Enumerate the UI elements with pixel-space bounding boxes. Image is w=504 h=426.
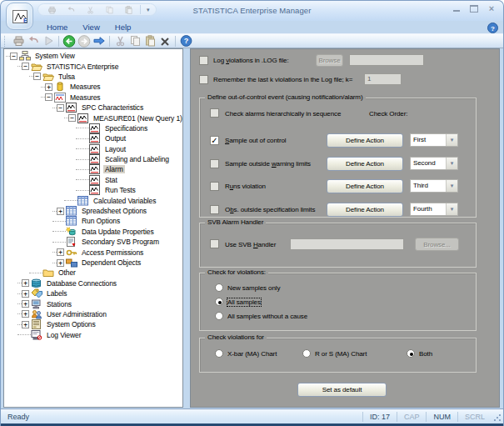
set-as-default-button[interactable]: Set as default (297, 383, 387, 397)
collapse-icon[interactable]: − (33, 73, 41, 80)
tree-item-stat[interactable]: Stat (4, 175, 182, 185)
close-icon[interactable]: × (487, 5, 496, 13)
tree-item-secondary-svb-program[interactable]: Secondary SVB Program (4, 237, 182, 247)
qat-cut-icon[interactable] (82, 3, 97, 17)
expand-icon[interactable]: + (22, 300, 29, 308)
tree-item-label[interactable]: Data Update Properties (80, 228, 156, 236)
tree-item-label[interactable]: User Administration (45, 310, 108, 318)
expand-icon[interactable]: + (22, 321, 29, 328)
tab-home[interactable]: Home (39, 23, 75, 32)
tree-item-label[interactable]: Measures (68, 93, 102, 102)
tree-item-system-options[interactable]: +System Options (4, 319, 182, 329)
delete-icon[interactable] (157, 34, 172, 48)
application-menu-button[interactable]: E (6, 3, 33, 30)
tree-item-label[interactable]: System View (33, 52, 77, 60)
expand-icon[interactable]: + (57, 208, 64, 215)
expand-icon[interactable]: + (22, 290, 29, 298)
tree-item-stations[interactable]: +Stations (4, 298, 182, 308)
tree-item-label[interactable]: Database Connections (45, 279, 118, 288)
define-action-button[interactable]: Define Action (327, 133, 403, 148)
tree-item-label[interactable]: Run Tests (103, 186, 137, 194)
tree-item-label[interactable]: Secondary SVB Program (80, 238, 161, 246)
expand-icon[interactable]: + (57, 248, 64, 256)
all-samples-radio[interactable] (215, 298, 223, 306)
back-icon[interactable] (62, 34, 77, 48)
tree-item-output[interactable]: Output (4, 133, 182, 143)
forward-icon[interactable] (77, 34, 92, 48)
tree-item-other[interactable]: Other (4, 268, 182, 278)
tree-item-alarm[interactable]: Alarm (4, 164, 182, 174)
system-view-tree[interactable]: −System View−STATISTICA Enterprise−Tulsa… (3, 48, 183, 408)
collapse-icon[interactable]: − (22, 63, 29, 70)
remember-k-checkbox[interactable] (199, 75, 208, 84)
both-radio[interactable] (407, 349, 415, 358)
tree-item-run-options[interactable]: Run Options (4, 216, 182, 226)
tree-item-label[interactable]: Labels (45, 289, 68, 298)
qat-customize-caret-icon[interactable]: ▾ (147, 7, 150, 13)
check-order-select[interactable]: Third▾ (410, 179, 458, 193)
tree-item-system-view[interactable]: −System View (4, 51, 182, 61)
copy-icon[interactable] (127, 34, 142, 48)
tree-item-label[interactable]: System Options (45, 320, 97, 328)
tree-item-specifications[interactable]: Specifications (4, 123, 182, 133)
tree-item-label[interactable]: Stat (103, 176, 119, 184)
tree-item-user-administration[interactable]: +User Administration (4, 309, 182, 319)
undo-icon[interactable] (26, 34, 41, 48)
run-icon[interactable] (41, 34, 56, 48)
obs-outside-specification-limits-checkbox[interactable] (210, 205, 219, 214)
all-samples-without-a-cause-radio[interactable] (215, 312, 223, 320)
tree-item-run-tests[interactable]: Run Tests (4, 185, 182, 195)
tree-item-statistica-enterprise[interactable]: −STATISTICA Enterprise (4, 61, 182, 71)
tree-item-label[interactable]: MEASURE01 (New Query 1) (92, 114, 183, 123)
check-order-select[interactable]: Second▾ (410, 157, 458, 170)
define-action-button[interactable]: Define Action (327, 179, 403, 193)
tree-item-access-permissions[interactable]: +Access Permissions (4, 247, 182, 257)
go-icon[interactable] (92, 34, 107, 48)
tree-item-label[interactable]: SPC Characteristics (80, 103, 145, 112)
use-svb-handler-checkbox[interactable] (210, 239, 219, 248)
tree-item-label[interactable]: Other (57, 268, 77, 277)
tree-item-spc-characteristics[interactable]: −SPC Characteristics (4, 103, 182, 113)
paste-icon[interactable] (142, 34, 157, 48)
tree-item-label[interactable]: Output (103, 134, 127, 143)
tree-item-label[interactable]: Measures (68, 83, 102, 91)
tree-item-layout[interactable]: Layout (4, 144, 182, 154)
tree-item-labels[interactable]: +Labels (4, 288, 182, 298)
tab-view[interactable]: View (75, 23, 107, 32)
tree-item-label[interactable]: STATISTICA Enterprise (45, 63, 120, 71)
tree-item-label[interactable]: Calculated Variables (92, 197, 157, 205)
help-icon[interactable]: ? (487, 22, 498, 33)
tree-item-label[interactable]: Alarm (103, 165, 125, 173)
print-icon[interactable] (11, 34, 26, 48)
check-order-select[interactable]: First▾ (410, 133, 458, 147)
tree-item-tulsa[interactable]: −Tulsa (4, 72, 182, 82)
dropdown-arrow-icon[interactable]: ▾ (446, 203, 457, 215)
tab-help[interactable]: Help (107, 23, 139, 32)
maximize-icon[interactable] (470, 5, 478, 13)
tree-item-log-viewer[interactable]: Log Viewer (4, 330, 182, 340)
log-violations-checkbox[interactable] (199, 56, 208, 65)
tree-item-measures[interactable]: −Measures (4, 93, 182, 103)
collapse-icon[interactable]: − (57, 104, 64, 112)
dropdown-arrow-icon[interactable]: ▾ (446, 134, 457, 146)
tree-item-spreadsheet-options[interactable]: +Spreadsheet Options (4, 206, 182, 216)
tree-item-data-update-properties[interactable]: Data Update Properties (4, 227, 182, 237)
tree-item-measures[interactable]: +Measures (4, 82, 182, 92)
tree-item-label[interactable]: Specifications (103, 124, 149, 133)
tree-item-label[interactable]: Scaling and Labeling (103, 155, 171, 163)
x-bar-ma-chart-radio[interactable] (215, 349, 223, 358)
collapse-icon[interactable]: − (45, 93, 52, 101)
expand-icon[interactable]: + (57, 259, 64, 267)
check-order-select[interactable]: Fourth▾ (410, 203, 458, 216)
dropdown-arrow-icon[interactable]: ▾ (446, 180, 457, 192)
qat-print-icon[interactable] (44, 3, 59, 17)
tree-item-database-connections[interactable]: +Database Connections (4, 278, 182, 288)
tree-item-calculated-variables[interactable]: Calculated Variables (4, 195, 182, 205)
qat-copy-icon[interactable] (102, 3, 117, 17)
tree-item-label[interactable]: Spreadsheet Options (80, 207, 148, 215)
tree-item-label[interactable]: Run Options (80, 217, 122, 225)
sample-out-of-control-checkbox[interactable]: ✓ (210, 136, 219, 145)
collapse-icon[interactable]: − (68, 114, 76, 122)
new-samples-only-radio[interactable] (215, 283, 223, 292)
cut-icon[interactable] (112, 34, 127, 48)
